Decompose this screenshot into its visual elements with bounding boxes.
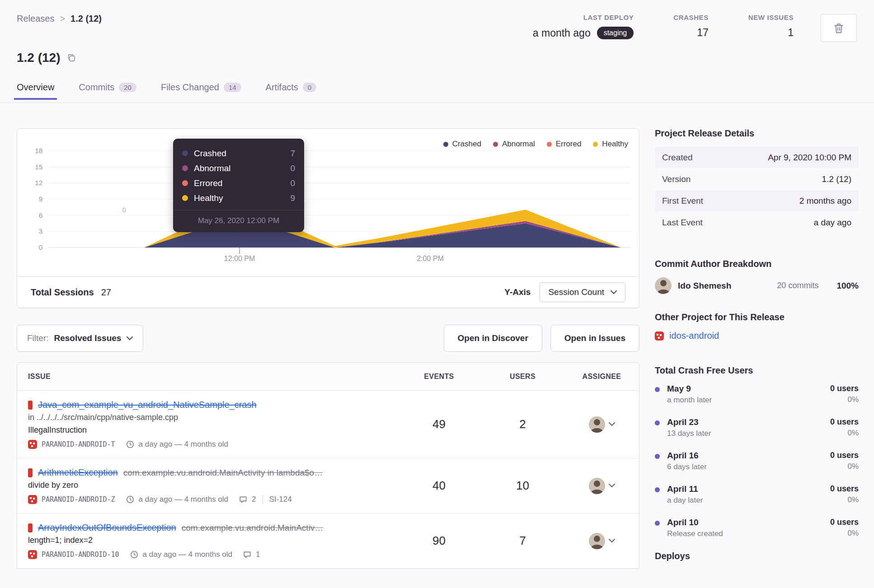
- commit-author-row: Ido Shemesh 20 commits 100%: [655, 277, 859, 294]
- chevron-down-icon: [127, 336, 133, 341]
- issue-users-count: 7: [481, 513, 564, 568]
- svg-text:2:00 PM: 2:00 PM: [417, 255, 444, 262]
- crash-free-timeline: May 9 a month later 0 users 0% April 23 …: [655, 384, 859, 538]
- stat-last-deploy-value: a month ago: [533, 27, 591, 39]
- resolved-issues-table: ISSUE EVENTS USERS ASSIGNEE Java_com_exa…: [17, 362, 639, 569]
- svg-text:0: 0: [122, 206, 126, 214]
- issues-table-header: ISSUE EVENTS USERS ASSIGNEE: [17, 363, 639, 391]
- release-details-table: Created Apr 9, 2020 10:00 PM Version 1.2…: [655, 147, 859, 233]
- project-icon: [655, 331, 664, 341]
- assignee-dropdown[interactable]: [564, 513, 639, 568]
- chevron-down-icon: [609, 539, 615, 543]
- chart-legend: Crashed Abnormal Errored Healthy: [443, 140, 628, 149]
- total-sessions-label: Total Sessions: [31, 287, 94, 298]
- crash-free-entry: May 9 a month later 0 users 0%: [655, 384, 859, 405]
- other-project-link[interactable]: idos-android: [655, 331, 859, 341]
- assignee-avatar: [589, 416, 605, 433]
- delete-release-button[interactable]: [821, 14, 857, 42]
- tab-artifacts[interactable]: Artifacts 0: [263, 82, 320, 100]
- issue-row: ArithmeticException com.example.vu.andro…: [17, 458, 639, 513]
- issues-filter-select[interactable]: Filter: Resolved Issues: [17, 325, 143, 352]
- tab-overview[interactable]: Overview: [14, 82, 57, 100]
- timeline-bullet-icon: [655, 521, 660, 526]
- crashed-dot-icon: [443, 142, 448, 147]
- tooltip-series-label: Errored: [194, 178, 222, 188]
- assignee-dropdown[interactable]: [564, 391, 639, 458]
- chevron-down-icon: [609, 422, 615, 426]
- issue-age: a day ago — 4 months old: [139, 440, 228, 449]
- tab-commits[interactable]: Commits 20: [76, 82, 139, 100]
- svg-text:12:00 PM: 12:00 PM: [224, 255, 255, 262]
- healthy-dot-icon: [593, 142, 598, 147]
- tooltip-series-value: 9: [290, 193, 295, 203]
- stat-last-deploy: LAST DEPLOY a month ago staging: [533, 14, 634, 39]
- y-axis-select[interactable]: Session Count: [540, 282, 625, 302]
- error-level-indicator: [28, 401, 33, 410]
- legend-item-errored[interactable]: Errored: [547, 140, 582, 149]
- issue-users-count: 2: [481, 391, 564, 458]
- author-percent: 100%: [836, 281, 859, 291]
- legend-item-abnormal[interactable]: Abnormal: [493, 140, 535, 149]
- legend-item-crashed[interactable]: Crashed: [443, 140, 481, 149]
- issue-subtitle: com.example.vu.android.MainActivity in l…: [123, 468, 323, 478]
- issue-message: divide by zero: [28, 481, 393, 490]
- release-overview-page: Releases > 1.2 (12) LAST DEPLOY a month …: [0, 0, 874, 588]
- tab-files-changed[interactable]: Files Changed 14: [158, 82, 244, 100]
- other-projects-title: Other Project for This Release: [655, 312, 859, 322]
- tab-commits-count: 20: [119, 83, 136, 92]
- tooltip-timestamp: May 26, 2020 12:00 PM: [173, 210, 304, 232]
- comments-icon[interactable]: [243, 551, 251, 559]
- abnormal-dot-icon: [493, 142, 498, 147]
- column-assignee: ASSIGNEE: [564, 373, 639, 381]
- issue-row: Java_com_example_vu_android_NativeSample…: [17, 391, 639, 458]
- project-name-link[interactable]: PARANOID-ANDROID-10: [42, 551, 119, 559]
- project-icon: [28, 440, 37, 449]
- errored-dot-icon: [547, 142, 552, 147]
- copy-version-icon[interactable]: [67, 53, 76, 62]
- project-name-link[interactable]: PARANOID-ANDROID-Z: [42, 495, 115, 504]
- chart-footer: Total Sessions 27 Y-Axis Session Count: [17, 276, 639, 308]
- issue-culprit: in ../../../../src/main/cpp/native-sampl…: [28, 413, 393, 422]
- issue-age: a day ago — 4 months old: [139, 495, 228, 504]
- healthy-dot-icon: [182, 195, 188, 201]
- tabs-divider: [0, 103, 874, 103]
- svg-text:15: 15: [35, 163, 42, 171]
- tab-files-changed-count: 14: [224, 83, 241, 92]
- project-icon: [28, 550, 37, 559]
- breadcrumb-releases-link[interactable]: Releases: [17, 14, 54, 24]
- project-icon: [28, 495, 37, 504]
- open-in-discover-button[interactable]: Open in Discover: [444, 325, 542, 352]
- chevron-down-icon: [611, 290, 617, 294]
- chart-tooltip: Crashed 7 Abnormal 0 Errored 0 Healthy 9…: [173, 139, 304, 232]
- author-name: Ido Shemesh: [678, 281, 731, 291]
- sessions-chart-panel: 036912151812:00 PM2:00 PM0 Crashed Abnor…: [17, 128, 639, 308]
- deploys-title: Deploys: [655, 551, 859, 561]
- issue-message: length=1; index=2: [28, 536, 393, 545]
- y-axis-label: Y-Axis: [504, 287, 531, 297]
- total-sessions-value: 27: [101, 287, 111, 298]
- clock-icon: [126, 440, 134, 448]
- open-in-issues-button[interactable]: Open in Issues: [550, 325, 639, 352]
- detail-row-first-event: First Event 2 months ago: [655, 190, 859, 212]
- issue-events-count: 90: [397, 513, 481, 568]
- legend-item-healthy[interactable]: Healthy: [593, 140, 628, 149]
- trash-icon: [833, 22, 845, 34]
- project-name-link[interactable]: PARANOID-ANDROID-T: [42, 440, 115, 448]
- stat-last-deploy-label: LAST DEPLOY: [533, 14, 634, 21]
- clock-icon: [130, 551, 138, 559]
- stat-crashes-label: CRASHES: [673, 14, 709, 21]
- errored-dot-icon: [182, 180, 188, 186]
- stat-crashes: CRASHES 17: [673, 14, 709, 39]
- sessions-area-chart[interactable]: 036912151812:00 PM2:00 PM0: [17, 129, 640, 270]
- assignee-dropdown[interactable]: [564, 458, 639, 513]
- issue-title-link[interactable]: Java_com_example_vu_android_NativeSample…: [38, 400, 257, 410]
- issue-title-link[interactable]: ArithmeticException: [38, 467, 118, 478]
- release-details-title: Project Release Details: [655, 128, 859, 139]
- timeline-bullet-icon: [655, 487, 660, 492]
- author-avatar: [655, 277, 672, 294]
- assignee-avatar: [589, 478, 605, 494]
- abnormal-dot-icon: [182, 165, 188, 171]
- comments-icon[interactable]: [239, 495, 247, 504]
- issue-title-link[interactable]: ArrayIndexOutOfBoundsException: [38, 523, 176, 533]
- external-issue-link[interactable]: SI-124: [269, 495, 292, 504]
